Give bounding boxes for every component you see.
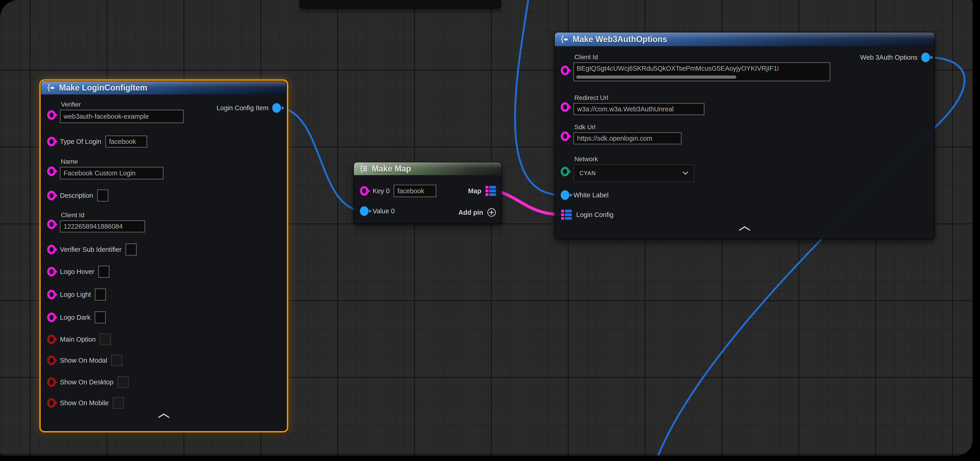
description-input[interactable] [97, 189, 108, 202]
pin-web3auth-options-output[interactable] [921, 52, 930, 62]
verifier-label: Verifier [61, 101, 183, 108]
network-label: Network [574, 156, 694, 163]
output-label: Login Config Item [216, 104, 269, 112]
node-make-web3authoptions[interactable]: Make Web3AuthOptions Client Id BEgIQSgt4… [554, 32, 935, 239]
node-title: Make LoginConfigItem [59, 83, 147, 92]
pin-main-option[interactable] [47, 335, 56, 344]
key-0-label: Key 0 [373, 187, 390, 195]
show-on-desktop-label: Show On Desktop [60, 378, 113, 386]
pin-white-label[interactable] [561, 190, 570, 200]
client-id-value: BEgIQSgt4cUWcj6SKRdu5QkOXTsePmMcusG5EAoy… [577, 65, 779, 72]
make-struct-icon [46, 83, 56, 92]
logo-dark-input[interactable] [95, 312, 106, 323]
show-on-mobile-label: Show On Mobile [60, 399, 109, 407]
main-option-label: Main Option [60, 336, 95, 343]
node-title: Make Web3AuthOptions [573, 35, 667, 44]
pin-value-0[interactable] [360, 206, 369, 216]
add-pin-label: Add pin [458, 209, 483, 216]
network-selected-value: CYAN [579, 170, 596, 176]
logo-hover-input[interactable] [99, 266, 109, 278]
chevron-down-icon [682, 171, 688, 175]
value-0-label: Value 0 [373, 207, 395, 215]
pin-client-id[interactable] [47, 219, 56, 229]
pin-logo-light[interactable] [47, 290, 56, 299]
pin-name[interactable] [47, 167, 56, 176]
pin-verifier[interactable] [47, 110, 56, 120]
pin-login-config[interactable] [561, 209, 572, 221]
web3auth-options-output-label: Web 3Auth Options [860, 54, 918, 61]
pin-sdk-url[interactable] [561, 132, 570, 141]
add-pin-icon [487, 208, 496, 217]
login-config-label: Login Config [576, 211, 614, 219]
redirect-url-input[interactable]: w3a://com.w3a.Web3AuthUnreal [573, 103, 704, 115]
pin-logo-hover[interactable] [47, 267, 56, 277]
pin-description[interactable] [47, 191, 56, 200]
pin-client-id[interactable] [561, 66, 570, 75]
offscreen-node-sliver[interactable] [300, 0, 501, 8]
network-dropdown[interactable]: CYAN [573, 164, 694, 182]
key-0-input[interactable]: facebook [394, 185, 436, 197]
verifier-sub-identifier-input[interactable] [126, 243, 137, 256]
client-id-input[interactable]: BEgIQSgt4cUWcj6SKRdu5QkOXTsePmMcusG5EAoy… [573, 62, 830, 81]
sdk-url-label: Sdk Url [574, 124, 681, 131]
client-id-label: Client Id [574, 54, 830, 61]
verifier-input[interactable]: web3auth-facebook-example [60, 110, 183, 123]
add-pin-button[interactable]: Add pin [458, 208, 496, 217]
pin-verifier-sub-identifier[interactable] [47, 245, 56, 254]
show-on-modal-label: Show On Modal [60, 357, 107, 364]
make-map-icon [359, 164, 368, 173]
make-struct-icon [560, 35, 569, 44]
pin-redirect-url[interactable] [561, 102, 570, 112]
node-title: Make Map [372, 164, 411, 173]
wire-top-to-whitelabel[interactable] [515, 0, 561, 195]
wire-loginconfigitem-to-value0[interactable] [276, 108, 364, 211]
client-id-input[interactable]: 1222658941886084 [60, 221, 145, 232]
collapse-node-button[interactable] [158, 413, 170, 418]
logo-dark-label: Logo Dark [60, 314, 91, 321]
pin-type-of-login[interactable] [47, 137, 56, 146]
redirect-url-label: Redirect Url [574, 94, 704, 102]
logo-light-input[interactable] [95, 289, 106, 300]
pin-map-output[interactable] [485, 185, 496, 197]
show-on-mobile-checkbox[interactable] [113, 397, 124, 409]
sdk-url-input[interactable]: https://sdk.openlogin.com [573, 132, 681, 144]
white-label-label: White Label [573, 191, 608, 199]
name-label: Name [61, 158, 163, 165]
main-option-checkbox[interactable] [100, 334, 111, 345]
client-id-scrollbar[interactable] [576, 75, 737, 79]
name-input[interactable]: Facebook Custom Login [60, 167, 163, 179]
collapse-node-button[interactable] [738, 226, 751, 231]
pin-show-on-modal[interactable] [47, 356, 56, 365]
pin-network[interactable] [561, 167, 570, 176]
description-label: Description [60, 192, 93, 199]
logo-light-label: Logo Light [60, 291, 91, 299]
pin-key-0[interactable] [360, 186, 369, 196]
node-header-make-loginconfigitem[interactable]: Make LoginConfigItem [41, 81, 286, 94]
show-on-desktop-checkbox[interactable] [118, 377, 129, 388]
pin-logo-dark[interactable] [47, 313, 56, 322]
type-of-login-input[interactable]: facebook [105, 136, 147, 148]
show-on-modal-checkbox[interactable] [111, 354, 122, 366]
graph-canvas[interactable]: Make LoginConfigItem Verifier web3auth-f… [0, 0, 973, 456]
type-of-login-label: Type Of Login [60, 138, 101, 145]
verifier-sub-identifier-label: Verifier Sub Identifier [60, 246, 121, 253]
pin-login-config-item-output[interactable] [272, 103, 281, 113]
map-output-label: Map [468, 187, 481, 195]
client-id-label: Client Id [61, 211, 145, 219]
pin-show-on-mobile[interactable] [47, 398, 56, 408]
node-header-make-web3authoptions[interactable]: Make Web3AuthOptions [555, 32, 934, 46]
node-header-make-map[interactable]: Make Map [354, 162, 501, 175]
logo-hover-label: Logo Hover [60, 268, 94, 275]
node-make-loginconfigitem[interactable]: Make LoginConfigItem Verifier web3auth-f… [41, 81, 287, 431]
blueprint-editor: Make LoginConfigItem Verifier web3auth-f… [0, 0, 980, 461]
pin-show-on-desktop[interactable] [47, 377, 56, 387]
node-make-map[interactable]: Make Map Key 0 facebook Map Value [353, 162, 502, 224]
